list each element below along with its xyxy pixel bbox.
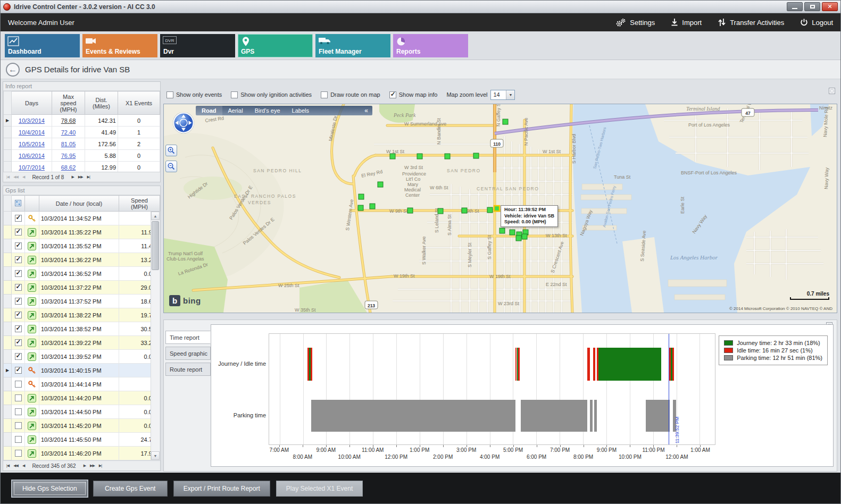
row-checkbox[interactable] bbox=[15, 408, 22, 415]
gps-marker[interactable] bbox=[370, 204, 375, 209]
info-report-row[interactable]: 10/6/201476.955.880 bbox=[4, 150, 160, 162]
logout-button[interactable]: Logout bbox=[800, 18, 833, 27]
info-col-header-1[interactable]: Maxspeed(MPH) bbox=[52, 91, 85, 115]
gps-marker[interactable] bbox=[438, 208, 443, 214]
gps-marker[interactable] bbox=[487, 207, 493, 213]
gps-list-scrollbar[interactable]: ▲ ▼ bbox=[151, 212, 160, 460]
tab-gps[interactable]: GPS bbox=[238, 34, 313, 57]
row-checkbox[interactable] bbox=[15, 229, 22, 236]
map-zoom-in-button[interactable] bbox=[165, 145, 177, 156]
idle-bar[interactable] bbox=[593, 348, 595, 381]
pager-prev-2[interactable]: ◀ bbox=[21, 175, 26, 179]
close-button[interactable]: ✕ bbox=[822, 2, 838, 11]
create-gps-event-button[interactable]: Create Gps Event bbox=[93, 481, 168, 497]
pager-next-2[interactable]: ▶| bbox=[86, 175, 91, 179]
idle-bar[interactable] bbox=[672, 348, 675, 381]
row-checkbox[interactable] bbox=[15, 270, 22, 277]
gps-marker[interactable] bbox=[445, 154, 450, 159]
tab-dashboard[interactable]: Dashboard bbox=[5, 34, 80, 57]
scroll-down-button[interactable]: ▼ bbox=[151, 451, 160, 460]
parking-bar[interactable] bbox=[646, 400, 670, 432]
pager-next-1[interactable]: ▶▶ bbox=[89, 464, 96, 468]
gps-list-row[interactable]: 10/3/2014 11:37:52 PM18.63 bbox=[4, 295, 160, 308]
row-checkbox[interactable] bbox=[15, 353, 22, 360]
max-speed-link[interactable]: 68.62 bbox=[61, 164, 76, 171]
row-checkbox[interactable] bbox=[15, 284, 22, 291]
parking-bar[interactable] bbox=[590, 400, 593, 432]
date-col-header[interactable]: Date / hour (local) bbox=[39, 196, 119, 212]
gps-list-row[interactable]: 10/3/2014 11:45:50 PM24.75 bbox=[4, 433, 160, 447]
import-button[interactable]: Import bbox=[671, 18, 702, 27]
day-link[interactable]: 10/7/2014 bbox=[19, 164, 45, 171]
idle-bar[interactable] bbox=[311, 348, 312, 381]
gps-marker[interactable] bbox=[378, 182, 383, 187]
info-report-row[interactable]: 10/4/201472.4041.491 bbox=[4, 127, 160, 138]
gps-list-row[interactable]: 10/3/2014 11:39:52 PM0.00 bbox=[4, 350, 160, 364]
row-checkbox[interactable] bbox=[15, 312, 22, 318]
info-col-header-3[interactable]: X1 Events bbox=[118, 91, 160, 115]
max-speed-link[interactable]: 76.95 bbox=[61, 153, 76, 159]
gps-list-row[interactable]: 10/3/2014 11:34:52 PM bbox=[4, 212, 160, 225]
row-checkbox[interactable] bbox=[15, 339, 22, 346]
gps-marker[interactable] bbox=[503, 119, 508, 124]
row-checkbox[interactable] bbox=[15, 215, 22, 222]
row-checkbox[interactable] bbox=[15, 450, 22, 457]
chart-tab-route-report[interactable]: Route report bbox=[165, 363, 211, 376]
back-button[interactable]: ← bbox=[6, 63, 20, 77]
parking-bar[interactable] bbox=[594, 400, 597, 432]
day-link[interactable]: 10/3/2014 bbox=[19, 117, 45, 124]
pager-prev-0[interactable]: |◀ bbox=[5, 464, 10, 468]
row-checkbox[interactable] bbox=[15, 381, 22, 388]
gps-marker[interactable] bbox=[473, 153, 479, 158]
transfer-activities-button[interactable]: Transfer Activities bbox=[718, 18, 784, 27]
gps-list-row[interactable]: 10/3/2014 11:39:22 PM33.21 bbox=[4, 336, 160, 350]
option-show-only-events[interactable]: Show only events bbox=[166, 91, 222, 98]
row-checkbox[interactable] bbox=[15, 367, 22, 374]
show-only-ignition-activities-checkbox[interactable] bbox=[231, 91, 238, 98]
show-only-events-checkbox[interactable] bbox=[166, 91, 173, 98]
pager-next-0[interactable]: ▶ bbox=[70, 175, 74, 179]
parking-bar[interactable] bbox=[311, 400, 515, 432]
gps-list-row[interactable]: 10/3/2014 11:38:22 PM19.70 bbox=[4, 308, 160, 322]
row-checkbox[interactable] bbox=[15, 242, 22, 249]
gps-list-row[interactable]: 10/3/2014 11:46:20 PM17.93 bbox=[4, 447, 160, 460]
tab-dvr[interactable]: DVRDvr bbox=[160, 34, 235, 57]
expand-map-button[interactable] bbox=[829, 88, 835, 94]
pager-next-1[interactable]: ▶▶ bbox=[77, 175, 84, 179]
gps-list-row[interactable]: 10/3/2014 11:35:52 PM11.47 bbox=[4, 239, 160, 253]
speed-col-header[interactable]: Speed(MPH) bbox=[119, 196, 160, 212]
scroll-thumb[interactable] bbox=[152, 221, 159, 270]
map-strip-collapse-button[interactable]: « bbox=[360, 107, 372, 114]
scroll-up-button[interactable]: ▲ bbox=[151, 212, 160, 220]
gps-list-row[interactable]: 10/3/2014 11:38:52 PM30.55 bbox=[4, 322, 160, 336]
option-show-only-ignition-activities[interactable]: Show only ignition activities bbox=[231, 91, 312, 98]
row-checkbox[interactable] bbox=[15, 394, 22, 401]
day-link[interactable]: 10/4/2014 bbox=[19, 129, 45, 136]
map-view-aerial[interactable]: Aerial bbox=[222, 107, 249, 114]
gps-list-row[interactable]: 10/3/2014 11:44:20 PM0.00 bbox=[4, 391, 160, 405]
option-draw-route-on-map[interactable]: Draw route on map bbox=[321, 91, 380, 98]
journey-bar[interactable] bbox=[598, 348, 661, 381]
gps-marker[interactable] bbox=[390, 154, 395, 159]
gps-list-row[interactable]: 10/3/2014 11:36:22 PM13.28 bbox=[4, 253, 160, 267]
day-link[interactable]: 10/6/2014 bbox=[19, 153, 45, 159]
tab-reports[interactable]: Reports bbox=[393, 34, 468, 57]
parking-bar[interactable] bbox=[521, 400, 587, 432]
pager-next-2[interactable]: ▶| bbox=[98, 464, 103, 468]
gps-marker[interactable] bbox=[522, 234, 527, 239]
gps-marker[interactable] bbox=[462, 208, 467, 213]
gps-marker[interactable] bbox=[510, 230, 515, 235]
gps-list-row[interactable]: 10/3/2014 11:37:22 PM29.05 bbox=[4, 281, 160, 295]
hide-gps-selection-button[interactable]: Hide Gps Selection bbox=[12, 481, 87, 497]
chart-tab-time-report[interactable]: Time report bbox=[165, 331, 211, 344]
gps-marker[interactable] bbox=[358, 205, 363, 211]
info-report-row[interactable]: ▶10/3/201478.68142.310 bbox=[4, 115, 160, 127]
pager-prev-1[interactable]: ◀◀ bbox=[12, 175, 19, 179]
map-zoom-out-button[interactable] bbox=[165, 161, 177, 172]
map-view-bird-s-eye[interactable]: Bird's eye bbox=[249, 107, 286, 114]
gps-list-row[interactable]: 10/3/2014 11:45:20 PM0.00 bbox=[4, 419, 160, 433]
pager-next-0[interactable]: ▶ bbox=[82, 464, 87, 468]
gps-list-row[interactable]: 10/3/2014 11:44:14 PM bbox=[4, 377, 160, 391]
info-col-header-2[interactable]: Dist.(Miles) bbox=[85, 91, 118, 115]
gps-marker[interactable] bbox=[417, 154, 422, 159]
